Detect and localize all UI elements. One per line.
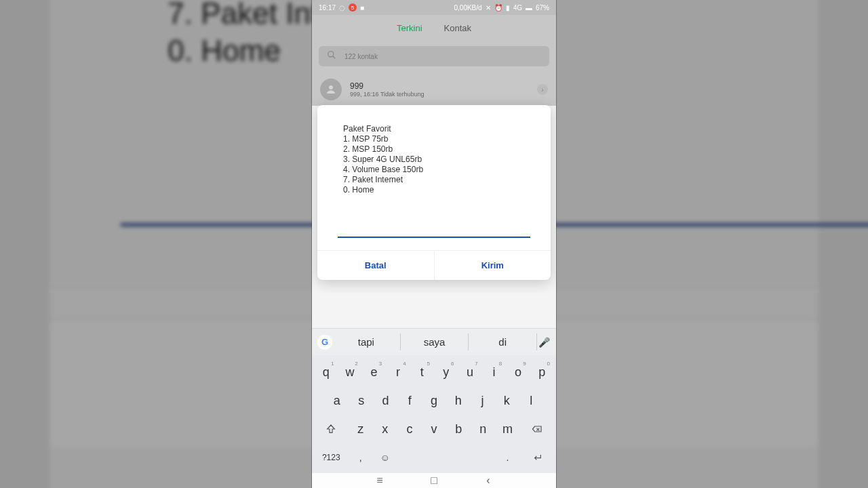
send-button[interactable]: Kirim: [435, 251, 551, 280]
svg-point-2: [329, 85, 333, 89]
battery-percent: 67%: [536, 4, 549, 12]
key-a[interactable]: a: [325, 388, 349, 413]
space-key[interactable]: [397, 445, 495, 470]
mic-icon[interactable]: 🎤: [537, 337, 551, 348]
key-z[interactable]: z: [349, 416, 373, 442]
nav-back[interactable]: ‹: [483, 475, 494, 486]
svg-line-1: [333, 56, 336, 59]
search-input[interactable]: 122 kontak: [319, 46, 549, 66]
key-q[interactable]: q1: [314, 359, 338, 385]
google-icon[interactable]: [317, 335, 332, 350]
key-p[interactable]: p0: [530, 359, 554, 385]
soft-keyboard: tapi saya di 🎤 q1w2e3r4t5y6u7i8o9p0 asdf…: [312, 328, 556, 473]
dnd-icon: ✕: [486, 4, 491, 12]
notification-badge-icon: 5: [349, 3, 357, 12]
key-y[interactable]: y6: [434, 359, 458, 385]
alarm-icon: ⏰: [494, 4, 502, 12]
recent-call-item[interactable]: 999 999, 16:16 Tidak terhubung ›: [312, 73, 556, 106]
cancel-button[interactable]: Batal: [317, 251, 435, 280]
svg-point-0: [328, 52, 334, 57]
key-s[interactable]: s: [349, 388, 374, 413]
key-e[interactable]: e3: [362, 359, 386, 385]
suggestion-3[interactable]: di: [469, 333, 537, 350]
tab-contacts[interactable]: Kontak: [444, 23, 471, 33]
key-i[interactable]: i8: [482, 359, 506, 385]
key-k[interactable]: k: [494, 388, 519, 413]
key-x[interactable]: x: [373, 416, 397, 442]
battery-icon: ▬: [526, 4, 532, 12]
contact-subtitle: 999, 16:16 Tidak terhubung: [350, 91, 548, 98]
notification-dot-icon: ◌: [339, 4, 345, 12]
key-n[interactable]: n: [471, 416, 495, 442]
nav-bar: ≡ □ ‹: [312, 473, 556, 488]
key-d[interactable]: d: [374, 388, 398, 413]
key-l[interactable]: l: [519, 388, 543, 413]
nav-home[interactable]: □: [429, 475, 439, 486]
key-g[interactable]: g: [422, 388, 446, 413]
net-speed: 0,00KB/d: [454, 4, 481, 12]
suggestion-1[interactable]: tapi: [332, 333, 401, 350]
key-c[interactable]: c: [397, 416, 422, 442]
key-b[interactable]: b: [446, 416, 471, 442]
search-placeholder: 122 kontak: [344, 53, 378, 60]
chevron-right-icon[interactable]: ›: [537, 84, 548, 95]
comma-key[interactable]: ,: [349, 445, 373, 470]
avatar-icon: [320, 79, 342, 100]
contact-name: 999: [350, 81, 548, 91]
key-t[interactable]: t5: [410, 359, 434, 385]
nav-recents[interactable]: ≡: [374, 475, 385, 486]
period-key[interactable]: .: [495, 445, 519, 470]
key-v[interactable]: v: [422, 416, 446, 442]
status-bar: 16:17 ◌ 5 ■ 0,00KB/d ✕ ⏰ ▮ 4G ▬ 67%: [312, 0, 556, 15]
key-h[interactable]: h: [446, 388, 471, 413]
video-icon: ■: [360, 4, 364, 12]
dialog-input[interactable]: [338, 226, 530, 238]
suggestion-2[interactable]: saya: [401, 333, 469, 350]
emoji-key[interactable]: ☺: [373, 445, 397, 470]
backspace-key[interactable]: [519, 416, 554, 442]
key-f[interactable]: f: [397, 388, 422, 413]
network-type: 4G: [513, 4, 522, 12]
phone-frame: 16:17 ◌ 5 ■ 0,00KB/d ✕ ⏰ ▮ 4G ▬ 67% Terk…: [312, 0, 556, 488]
ussd-dialog: Paket Favorit 1. MSP 75rb 2. MSP 150rb 3…: [317, 105, 551, 280]
key-r[interactable]: r4: [386, 359, 410, 385]
symbols-key[interactable]: ?123: [314, 445, 349, 470]
tab-recent[interactable]: Terkini: [397, 23, 422, 33]
dialog-message: Paket Favorit 1. MSP 75rb 2. MSP 150rb 3…: [317, 124, 551, 226]
signal-icon: ▮: [506, 4, 510, 12]
key-m[interactable]: m: [495, 416, 519, 442]
key-j[interactable]: j: [471, 388, 495, 413]
shift-key[interactable]: [314, 416, 349, 442]
tab-bar: Terkini Kontak: [312, 15, 556, 41]
enter-key[interactable]: [519, 445, 554, 470]
key-u[interactable]: u7: [458, 359, 481, 385]
status-time: 16:17: [319, 4, 336, 12]
key-o[interactable]: o9: [506, 359, 530, 385]
search-icon: [327, 50, 336, 62]
key-w[interactable]: w2: [338, 359, 361, 385]
